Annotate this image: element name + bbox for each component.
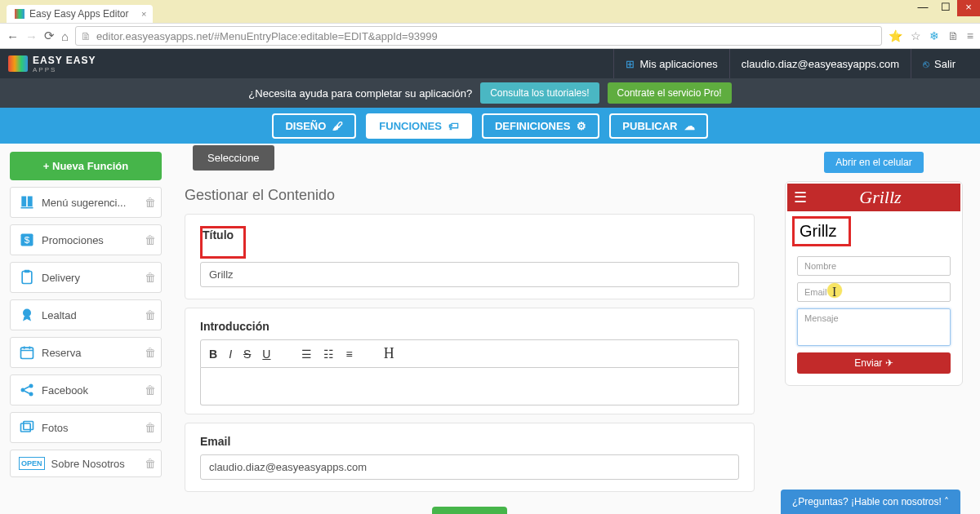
sidebar-item-delivery[interactable]: Delivery🗑	[10, 262, 162, 293]
tab-design[interactable]: DISEÑO🖌	[272, 113, 356, 139]
phone-name-input[interactable]: Nombre	[797, 256, 951, 276]
sidebar-item-sobre-nosotros[interactable]: OPENSobre Nosotros🗑	[10, 450, 162, 477]
home-icon[interactable]: ⌂	[61, 29, 69, 43]
trash-icon[interactable]: 🗑	[145, 457, 156, 470]
window-close[interactable]: ×	[957, 0, 980, 16]
my-apps-link[interactable]: ⊞ Mis aplicaciones	[613, 49, 728, 78]
svg-rect-5	[21, 348, 33, 358]
book-icon	[19, 194, 35, 210]
star-outline-icon[interactable]: ☆	[911, 29, 921, 42]
sidebar-item-reserva[interactable]: Reserva🗑	[10, 337, 162, 368]
clipboard-icon	[19, 269, 35, 286]
tab-favicon	[15, 9, 24, 19]
svg-rect-3	[24, 270, 30, 273]
menu-icon[interactable]: ≡	[967, 29, 973, 42]
chevron-up-icon: ˄	[944, 496, 949, 507]
trash-icon[interactable]: 🗑	[145, 421, 156, 434]
sidebar-item-promociones[interactable]: $Promociones🗑	[10, 224, 162, 255]
align-button[interactable]: ≡	[345, 348, 352, 361]
bold-button[interactable]: B	[209, 348, 217, 361]
sidebar-item-menu[interactable]: Menú sugerenci...🗑	[10, 187, 162, 218]
phone-header: ☰ Grillz	[787, 184, 960, 211]
dollar-icon: $	[19, 232, 35, 248]
pro-button[interactable]: Contrate el servicio Pro!	[608, 82, 732, 104]
logo-icon	[8, 55, 28, 72]
list-ol-button[interactable]: ☷	[323, 348, 334, 361]
tab-functions[interactable]: FUNCIONES🏷	[366, 113, 472, 139]
calendar-icon	[19, 344, 35, 361]
intro-label: Introducción	[200, 320, 739, 333]
tutorials-button[interactable]: Consulta los tutoriales!	[480, 82, 599, 104]
trash-icon[interactable]: 🗑	[145, 346, 156, 359]
menu-icon[interactable]: ☰	[794, 188, 807, 206]
app-header: EASY EASY APPS ⊞ Mis aplicaciones claudi…	[0, 49, 980, 78]
phone-brand: Grillz	[807, 187, 954, 208]
user-email-link[interactable]: claudio.diaz@easyeasyapps.com	[729, 49, 911, 78]
trash-icon[interactable]: 🗑	[145, 271, 156, 284]
titulo-input[interactable]	[200, 262, 739, 287]
reload-icon[interactable]: ⟳	[44, 29, 55, 43]
brand-sub: APPS	[33, 66, 96, 73]
window-maximize[interactable]: ☐	[934, 0, 957, 16]
save-button[interactable]: Guardar	[432, 507, 507, 514]
browser-tab[interactable]: Easy Easy Apps Editor ×	[7, 5, 153, 23]
close-icon[interactable]: ×	[141, 9, 146, 19]
tab-definitions[interactable]: DEFINICIONES⚙	[482, 113, 599, 139]
help-chat-bar[interactable]: ¿Preguntas? ¡Hable con nosotros! ˄	[781, 490, 960, 514]
page-icon: 🗎	[81, 30, 91, 42]
photos-icon	[19, 419, 35, 436]
open-icon: OPEN	[19, 457, 45, 470]
url-text: editor.easyeasyapps.net/#MenuEntryPlace:…	[96, 30, 438, 42]
section-title: Gestionar el Contenido	[185, 187, 755, 204]
trash-icon[interactable]: 🗑	[145, 233, 156, 246]
seleccione-tab[interactable]: Seleccione	[193, 145, 274, 171]
bookmark-icon[interactable]: ⭐	[889, 29, 902, 42]
italic-button[interactable]: I	[229, 348, 232, 361]
svg-point-8	[29, 392, 33, 397]
send-icon: ✈	[885, 357, 893, 369]
promo-bar: ¿Necesita ayuda para completar su aplica…	[0, 78, 980, 108]
svg-rect-9	[21, 423, 31, 432]
trash-icon[interactable]: 🗑	[145, 308, 156, 321]
titulo-label: Título	[203, 228, 234, 241]
svg-point-4	[23, 309, 31, 317]
open-phone-button[interactable]: Abrir en el celular	[824, 152, 923, 173]
logout-link[interactable]: ⎋ Salir	[911, 49, 967, 78]
award-icon	[19, 307, 35, 323]
sidebar-item-lealtad[interactable]: Lealtad🗑	[10, 299, 162, 330]
strike-button[interactable]: S	[243, 348, 251, 361]
email-input[interactable]	[200, 454, 739, 480]
tab-publish[interactable]: PUBLICAR☁	[609, 113, 707, 139]
svg-rect-2	[22, 272, 32, 284]
cloud-upload-icon: ☁	[684, 120, 695, 132]
forward-icon[interactable]: →	[25, 29, 38, 43]
sidebar-item-fotos[interactable]: Fotos🗑	[10, 412, 162, 443]
logo[interactable]: EASY EASY APPS	[8, 55, 96, 73]
main-panel: Seleccione Gestionar el Contenido Título…	[172, 144, 768, 514]
phone-send-button[interactable]: Enviar ✈	[797, 352, 951, 374]
heading-button[interactable]: H	[384, 345, 394, 362]
window-minimize[interactable]: —	[911, 0, 934, 16]
grid-icon: ⊞	[626, 58, 635, 70]
page-icon[interactable]: 🗎	[947, 29, 959, 42]
trash-icon[interactable]: 🗑	[145, 196, 156, 209]
tag-icon: 🏷	[448, 120, 459, 132]
back-icon[interactable]: ←	[7, 29, 19, 43]
list-ul-button[interactable]: ☰	[301, 348, 312, 361]
ext-icon[interactable]: ❄	[929, 29, 939, 42]
tab-title: Easy Easy Apps Editor	[29, 8, 128, 20]
new-function-button[interactable]: + Nueva Función	[10, 152, 162, 180]
phone-message-input[interactable]: Mensaje	[797, 308, 951, 346]
rte-toolbar: B I S U ☰ ☷ ≡ H	[200, 339, 739, 368]
intro-editor[interactable]	[200, 368, 739, 405]
url-input[interactable]: 🗎 editor.easyeasyapps.net/#MenuEntryPlac…	[75, 26, 882, 46]
phone-preview: ☰ Grillz Grillz Nombre Email I Mensaje	[785, 181, 963, 386]
sidebar-item-facebook[interactable]: Facebook🗑	[10, 374, 162, 405]
underline-button[interactable]: U	[262, 348, 270, 361]
brush-icon: 🖌	[332, 120, 343, 132]
sidebar: + Nueva Función Menú sugerenci...🗑 $Prom…	[0, 144, 172, 514]
trash-icon[interactable]: 🗑	[145, 383, 156, 397]
svg-text:$: $	[24, 234, 30, 245]
tab-strip: Easy Easy Apps Editor × — ☐ ×	[0, 0, 980, 23]
phone-email-input[interactable]: Email	[797, 282, 951, 302]
